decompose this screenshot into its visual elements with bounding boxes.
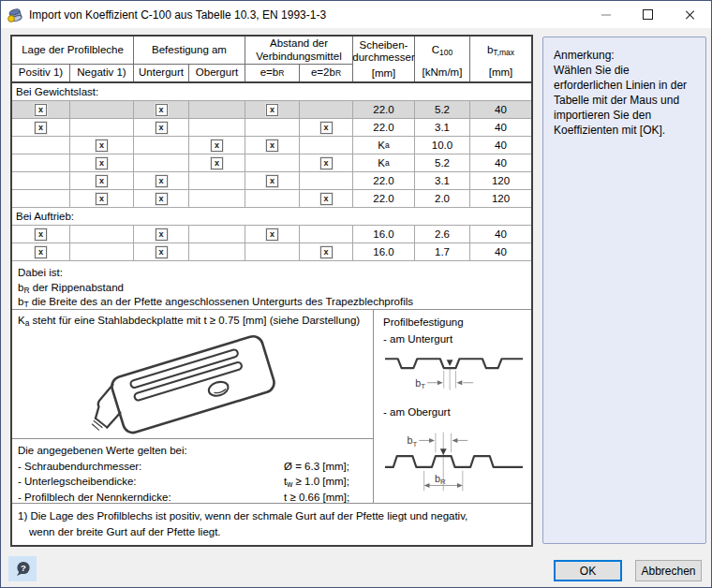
svg-text:bR: bR: [435, 473, 446, 486]
cancel-button[interactable]: Abbrechen: [635, 560, 702, 581]
header-lage: Lage der Profilbleche: [12, 37, 134, 64]
checkbox-icon: x: [156, 246, 168, 258]
table-row[interactable]: xxx16.02.640: [12, 226, 531, 243]
table-row[interactable]: xxx22.02.0120: [12, 190, 531, 208]
table-row[interactable]: xxx22.05.240: [12, 101, 531, 119]
check-cell: [189, 243, 245, 260]
bt-definition: bT die Breite des an der Pfette angeschl…: [18, 295, 526, 310]
dialog-window: Import von Koeffizient C-100 aus Tabelle…: [0, 0, 712, 588]
check-cell: x: [12, 226, 70, 243]
stahlabdeckplatte-drawing: [12, 333, 373, 438]
header-e-2br: e=2bR: [300, 64, 353, 81]
value-cell: 40: [470, 137, 531, 154]
header-abstand: Abstand der Verbindungsmittel: [245, 37, 353, 64]
value-cell: 2.0: [415, 190, 470, 207]
check-cell: x: [134, 172, 189, 189]
value-cell: 40: [470, 101, 531, 118]
obergurt-label: - am Obergurt: [383, 404, 531, 420]
header-btmax: bT,max [mm]: [470, 37, 531, 81]
maximize-button[interactable]: [627, 1, 669, 28]
checkbox-icon: x: [96, 175, 108, 187]
untergurt-label: - am Untergurt: [383, 331, 531, 347]
dabei-ist-note: Dabei ist: bR der Rippenabstand bT die B…: [12, 261, 531, 310]
check-cell: x: [300, 190, 353, 207]
check-cell: x: [134, 226, 189, 243]
header-e-br: e=bR: [245, 64, 300, 81]
check-cell: x: [300, 154, 353, 171]
maximize-icon: [643, 9, 653, 20]
table-row[interactable]: xxx22.03.140: [12, 119, 531, 137]
checkbox-icon: x: [96, 140, 108, 152]
check-cell: x: [245, 137, 300, 154]
value-cell: 5.2: [415, 101, 470, 118]
check-cell: [70, 119, 134, 136]
check-cell: [300, 101, 353, 118]
value-cell: 40: [470, 243, 531, 260]
table-row[interactable]: xxx22.03.1120: [12, 172, 531, 190]
table-row[interactable]: xxx16.01.740: [12, 243, 531, 261]
header-obergurt: Obergurt: [189, 64, 245, 81]
minimize-icon: [601, 14, 611, 16]
values-note: Die angegebenen Werte gelten bei: - Schr…: [12, 438, 373, 507]
value-cell: 120: [470, 172, 531, 189]
close-button[interactable]: [669, 1, 711, 28]
check-cell: [12, 190, 70, 207]
value-cell: 40: [470, 119, 531, 136]
table-row[interactable]: xxxKa10.040: [12, 137, 531, 154]
anmerkung-panel: Anmerkung: Wählen Sie die erforderlichen…: [542, 37, 706, 544]
values-intro: Die angegebenen Werte gelten bei:: [18, 443, 367, 459]
table-row[interactable]: xxxKa5.240: [12, 154, 531, 172]
profilbefestigung-title: Profilbefestigung: [383, 315, 531, 331]
header-positiv: Positiv 1): [12, 64, 70, 81]
help-button[interactable]: ?: [8, 556, 37, 581]
value-cell: 40: [470, 154, 531, 171]
check-cell: x: [12, 119, 70, 136]
svg-text:?: ?: [21, 563, 26, 573]
header-negativ: Negativ 1): [70, 64, 134, 81]
checkbox-icon: x: [96, 157, 108, 169]
minimize-button[interactable]: [585, 1, 627, 28]
help-balloon-icon: ?: [15, 561, 31, 577]
check-cell: x: [134, 119, 189, 136]
checkbox-icon: x: [320, 193, 333, 205]
titlebar[interactable]: Import von Koeffizient C-100 aus Tabelle…: [1, 1, 711, 28]
checkbox-icon: x: [35, 246, 47, 258]
check-cell: x: [70, 154, 134, 171]
check-cell: x: [134, 101, 189, 118]
checkbox-icon: x: [211, 157, 223, 169]
section-label-row: Bei Gewichtslast:: [12, 83, 531, 101]
value-cell: 10.0: [415, 137, 470, 154]
check-cell: [134, 137, 189, 154]
check-cell: [12, 137, 70, 154]
check-cell: [70, 243, 134, 260]
check-cell: [245, 243, 300, 260]
value-cell: 16.0: [353, 226, 415, 243]
value-cell: Ka: [353, 154, 415, 171]
ok-button[interactable]: OK: [554, 560, 622, 581]
checkbox-icon: x: [35, 228, 47, 241]
anmerkung-text: Wählen Sie die erforderlichen Linien in …: [554, 63, 698, 138]
header-untergurt: Untergurt: [134, 64, 189, 81]
check-cell: [189, 119, 245, 136]
close-icon: [685, 9, 696, 21]
checkbox-icon: x: [156, 175, 168, 187]
value-cell: 1.7: [415, 243, 470, 260]
window-controls: [585, 1, 711, 28]
value-cell: 3.1: [415, 119, 470, 136]
check-cell: [189, 101, 245, 118]
check-cell: x: [189, 154, 245, 171]
br-definition: bR der Rippenabstand: [18, 281, 526, 296]
value-cell: 3.1: [415, 172, 470, 189]
check-cell: x: [245, 101, 300, 118]
check-cell: [300, 137, 353, 154]
check-cell: [245, 190, 300, 207]
check-cell: x: [134, 190, 189, 207]
check-cell: [245, 154, 300, 171]
checkbox-icon: x: [320, 246, 333, 258]
checkbox-icon: x: [156, 122, 168, 134]
table-body: Bei Gewichtslast:xxx22.05.240xxx22.03.14…: [12, 83, 531, 261]
value-row: - Profilblech der Nennkerndicke:t ≥ 0.66…: [18, 490, 367, 506]
check-cell: [300, 172, 353, 189]
checkbox-icon: x: [96, 193, 108, 205]
check-cell: [134, 154, 189, 171]
